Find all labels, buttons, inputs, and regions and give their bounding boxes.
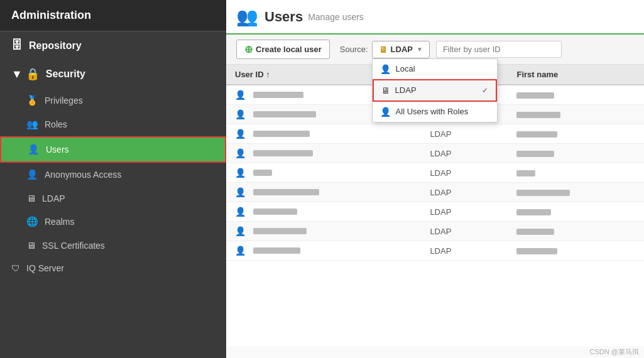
page-header: 👥 Users Manage users (226, 0, 644, 35)
user-id-cell: 👤 (226, 183, 421, 202)
firstname-blurred (516, 112, 560, 118)
table-row[interactable]: 👤LDAP (226, 163, 644, 183)
user-id-blurred (253, 209, 297, 215)
chevron-down-icon: ▼ (417, 46, 423, 53)
user-avatar: 👤 (235, 187, 246, 197)
create-local-user-button[interactable]: ⊕ Create local user (236, 40, 330, 59)
source-cell: LDAP (421, 124, 508, 144)
main-content: 👥 Users Manage users ⊕ Create local user… (226, 0, 644, 358)
admin-title: Administration (0, 0, 226, 31)
user-id-cell: 👤 (226, 202, 421, 222)
dropdown-item-all-users[interactable]: 👤 All Users with Roles (373, 102, 497, 122)
firstname-blurred (516, 131, 557, 138)
firstname-cell (508, 202, 644, 222)
firstname-cell (508, 105, 644, 124)
page-subtitle: Manage users (308, 12, 364, 22)
user-id-blurred (253, 247, 300, 254)
dropdown-item-ldap[interactable]: 🖥 LDAP ✓ (373, 79, 497, 102)
firstname-cell (508, 183, 644, 202)
sidebar-item-ldap[interactable]: 🖥 LDAP (0, 187, 226, 210)
firstname-blurred (516, 229, 554, 235)
plus-icon: ⊕ (244, 43, 253, 55)
firstname-blurred (516, 170, 535, 176)
source-cell: LDAP (421, 163, 508, 183)
source-cell: LDAP (421, 183, 508, 202)
filter-input[interactable] (436, 41, 562, 58)
source-dropdown-wrapper: 🖥 LDAP ▼ 👤 Local 🖥 LDAP ✓ 👤 All Users wi… (372, 41, 430, 58)
source-cell: LDAP (421, 241, 508, 261)
sidebar-section-security[interactable]: ▼ 🔒 Security (0, 60, 226, 89)
roles-label: Roles (45, 119, 67, 129)
user-id-blurred (253, 189, 319, 195)
source-label: Source: (340, 45, 368, 54)
check-icon: ✓ (482, 86, 488, 95)
security-icon: ▼ 🔒 (11, 67, 40, 81)
users-icon: 👤 (28, 144, 40, 155)
ldap-dropdown-label: LDAP (395, 85, 417, 95)
db-icon: 🖥 (379, 45, 388, 55)
footer-credit: CSDN @莱马琪 (226, 346, 644, 358)
user-avatar: 👤 (235, 168, 246, 178)
privileges-icon: 🏅 (26, 95, 38, 106)
repository-label: Repository (29, 40, 82, 52)
table-row[interactable]: 👤LDAP (226, 183, 644, 202)
user-avatar: 👤 (235, 148, 246, 158)
firstname-blurred (516, 92, 554, 99)
all-users-label: All Users with Roles (396, 107, 469, 116)
firstname-blurred (516, 209, 551, 215)
all-users-icon: 👤 (380, 107, 391, 117)
table-row[interactable]: 👤LDAP (226, 124, 644, 144)
local-label: Local (396, 64, 415, 73)
page-title: Users (265, 9, 303, 25)
repository-icon: 🗄 (11, 39, 23, 52)
firstname-blurred (516, 248, 557, 254)
iq-server-label: IQ Server (26, 263, 64, 273)
firstname-blurred (516, 190, 570, 196)
user-avatar: 👤 (235, 109, 246, 119)
roles-icon: 👥 (26, 119, 38, 130)
table-row[interactable]: 👤LDAP (226, 222, 644, 241)
toolbar: ⊕ Create local user Source: 🖥 LDAP ▼ 👤 L… (226, 35, 644, 65)
ldap-dropdown-icon: 🖥 (381, 85, 390, 95)
table-row[interactable]: 👤LDAP (226, 241, 644, 261)
firstname-cell (508, 241, 644, 261)
user-id-cell: 👤 (226, 241, 421, 261)
col-first-name: First name (508, 65, 644, 85)
source-cell: LDAP (421, 222, 508, 241)
user-id-blurred (253, 150, 313, 156)
sidebar-item-anonymous-access[interactable]: 👤 Anonymous Access (0, 163, 226, 187)
firstname-cell (508, 85, 644, 105)
sidebar-item-privileges[interactable]: 🏅 Privileges (0, 89, 226, 112)
table-row[interactable]: 👤LDAP (226, 144, 644, 163)
user-id-blurred (253, 170, 272, 176)
iq-server-icon: 🛡 (11, 263, 20, 273)
anonymous-icon: 👤 (26, 169, 38, 180)
sidebar-item-users[interactable]: 👤 Users (0, 136, 226, 163)
ldap-icon: 🖥 (26, 193, 36, 203)
user-id-cell: 👤 (226, 222, 421, 241)
realms-label: Realms (45, 217, 74, 227)
anonymous-label: Anonymous Access (45, 170, 121, 180)
user-id-blurred (253, 131, 310, 137)
security-label: Security (46, 68, 85, 80)
create-btn-label: Create local user (256, 45, 322, 54)
sidebar-item-ssl-certificates[interactable]: 🖥 SSL Certificates (0, 234, 226, 257)
table-row[interactable]: 👤LDAP (226, 202, 644, 222)
dropdown-item-local[interactable]: 👤 Local (373, 59, 497, 79)
page-header-icon: 👥 (236, 6, 258, 27)
user-avatar: 👤 (235, 129, 246, 139)
sidebar-item-realms[interactable]: 🌐 Realms (0, 210, 226, 234)
ssl-label: SSL Certificates (42, 241, 105, 251)
sidebar-item-roles[interactable]: 👥 Roles (0, 112, 226, 136)
user-avatar: 👤 (235, 207, 246, 217)
users-label: Users (46, 144, 69, 155)
source-dropdown-menu: 👤 Local 🖥 LDAP ✓ 👤 All Users with Roles (372, 58, 498, 122)
user-id-cell: 👤 (226, 124, 421, 144)
realms-icon: 🌐 (26, 216, 38, 227)
source-selected-label: LDAP (391, 45, 413, 54)
user-id-cell: 👤 (226, 163, 421, 183)
sidebar-item-repository[interactable]: 🗄 Repository (0, 31, 226, 60)
source-dropdown-button[interactable]: 🖥 LDAP ▼ (372, 41, 430, 58)
sidebar-item-iq-server[interactable]: 🛡 IQ Server (0, 257, 226, 279)
privileges-label: Privileges (45, 95, 83, 106)
